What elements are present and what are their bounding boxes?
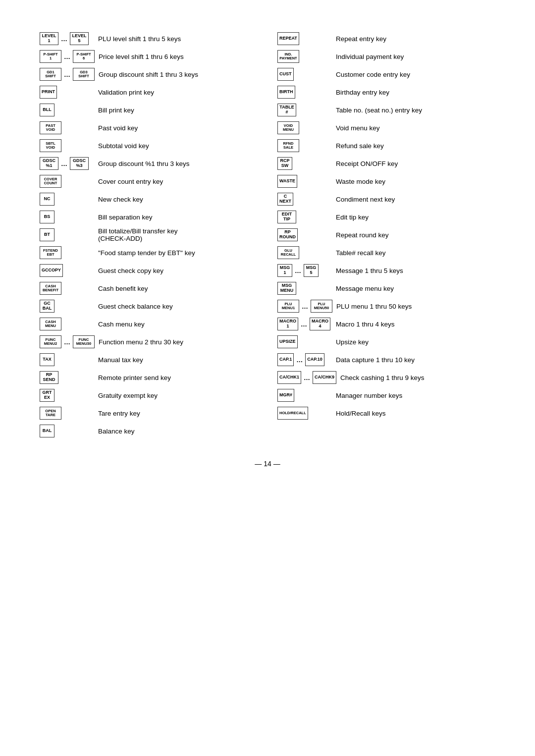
key-box: GDSC %3 bbox=[70, 157, 89, 170]
key-row: SBTL VOIDSubtotal void key bbox=[40, 137, 258, 155]
ellipsis: … bbox=[63, 71, 71, 78]
key-row: UPSIZEUpsize key bbox=[277, 333, 495, 351]
key-box: NC bbox=[40, 193, 54, 206]
key-description: Bill separation key bbox=[98, 214, 258, 221]
key-group: IND. PAYMENT bbox=[277, 50, 332, 63]
key-box: RFND SALE bbox=[277, 139, 299, 152]
key-description: Edit tip key bbox=[336, 214, 495, 221]
key-group: OPEN TARE bbox=[40, 407, 94, 420]
key-group: PRINT bbox=[40, 86, 94, 99]
key-row: RCP SWReceipt ON/OFF key bbox=[277, 155, 495, 172]
key-box: FUNC MENU2 bbox=[40, 335, 61, 348]
key-description: Message 1 thru 5 keys bbox=[336, 267, 495, 274]
key-description: New check key bbox=[98, 196, 258, 203]
key-description: Remote printer send key bbox=[98, 374, 258, 381]
ellipsis: … bbox=[300, 321, 308, 328]
key-box: VOID MENU bbox=[277, 121, 299, 134]
ellipsis: … bbox=[63, 53, 71, 60]
key-box: RP ROUND bbox=[277, 228, 298, 241]
key-group: TAX bbox=[40, 353, 94, 366]
key-row: MSG MENUMessage menu key bbox=[277, 279, 495, 297]
ellipsis: … bbox=[303, 374, 311, 381]
key-row: CUSTCustomer code entry key bbox=[277, 65, 495, 83]
key-row: TAXManual tax key bbox=[40, 351, 258, 369]
key-row: BSBill separation key bbox=[40, 208, 258, 226]
key-group: MACRO 1…MACRO 4 bbox=[277, 318, 332, 330]
key-row: GRT EXGratuity exempt key bbox=[40, 386, 258, 404]
key-box: MSG MENU bbox=[277, 282, 296, 295]
key-group: MSG 1…MSG 5 bbox=[277, 264, 332, 277]
key-row: HOLD/RECALLHold/Recall keys bbox=[277, 404, 495, 422]
key-box: RP SEND bbox=[40, 371, 58, 384]
key-group: GCCOPY bbox=[40, 264, 94, 277]
key-description: Validation print key bbox=[98, 89, 258, 96]
key-row: OPEN TARETare entry key bbox=[40, 404, 258, 422]
key-group: CASH MENU bbox=[40, 318, 94, 330]
key-row: CASH BENEFITCash benefit key bbox=[40, 279, 258, 297]
key-group: HOLD/RECALL bbox=[277, 407, 332, 420]
key-group: GLU RECALL bbox=[277, 246, 332, 259]
key-description: Message menu key bbox=[336, 285, 495, 292]
key-description: Guest check copy key bbox=[98, 267, 258, 274]
key-box: GD1 SHIFT bbox=[40, 68, 61, 81]
key-description: PLU menu 1 thru 50 keys bbox=[336, 303, 495, 310]
key-row: FSTEND EBT"Food stamp tender by EBT" key bbox=[40, 244, 258, 262]
page-footer: — 14 — bbox=[40, 460, 495, 468]
key-box: TABLE # bbox=[277, 104, 296, 116]
key-group: NC bbox=[40, 193, 94, 206]
left-column: LEVEL 1…LEVEL 5PLU level shift 1 thru 5 … bbox=[40, 30, 258, 440]
key-box: FUNC MENU30 bbox=[73, 335, 95, 348]
key-group: MSG MENU bbox=[277, 282, 332, 295]
key-box: UPSIZE bbox=[277, 335, 298, 348]
key-row: MGR#Manager number keys bbox=[277, 386, 495, 404]
key-description: Manager number keys bbox=[336, 392, 495, 399]
key-group: BLL bbox=[40, 104, 94, 116]
key-box: PLU MENU50 bbox=[311, 300, 332, 313]
key-description: Price level shift 1 thru 6 keys bbox=[99, 53, 258, 60]
key-description: Upsize key bbox=[336, 338, 495, 346]
key-box: P-SHIFT 6 bbox=[73, 50, 95, 63]
key-box: SBTL VOID bbox=[40, 139, 61, 152]
key-box: CA/CHK9 bbox=[313, 371, 336, 384]
key-group: TABLE # bbox=[277, 104, 332, 116]
key-box: COVER COUNT bbox=[40, 175, 61, 188]
key-row: BIRTHBirthday entry key bbox=[277, 83, 495, 101]
key-group: RP ROUND bbox=[277, 228, 332, 241]
key-group: BIRTH bbox=[277, 86, 332, 99]
key-row: BLLBill print key bbox=[40, 101, 258, 119]
key-group: PLU MENU1…PLU MENU50 bbox=[277, 300, 332, 313]
key-group: MGR# bbox=[277, 389, 332, 402]
key-group: BAL bbox=[40, 425, 94, 437]
key-box: CAP.1 bbox=[277, 353, 294, 366]
key-row: LEVEL 1…LEVEL 5PLU level shift 1 thru 5 … bbox=[40, 30, 258, 48]
key-group: BT bbox=[40, 228, 94, 241]
key-box: P-SHIFT 1 bbox=[40, 50, 61, 63]
key-box: BS bbox=[40, 211, 54, 223]
key-row: PLU MENU1…PLU MENU50PLU menu 1 thru 50 k… bbox=[277, 297, 495, 315]
key-row: MACRO 1…MACRO 4Macro 1 thru 4 keys bbox=[277, 315, 495, 333]
key-box: GCCOPY bbox=[40, 264, 63, 277]
key-box: CUST bbox=[277, 68, 294, 81]
key-group: LEVEL 1…LEVEL 5 bbox=[40, 32, 94, 45]
key-group: FUNC MENU2…FUNC MENU30 bbox=[40, 335, 95, 348]
key-group: GD1 SHIFT…GD3 SHIFT bbox=[40, 68, 95, 81]
key-description: Repeat entry key bbox=[336, 35, 495, 43]
key-box: REPEAT bbox=[277, 32, 299, 45]
key-description: Group discount %1 thru 3 keys bbox=[98, 160, 258, 167]
key-box: CA/CHK1 bbox=[277, 371, 301, 384]
key-row: REPEATRepeat entry key bbox=[277, 30, 495, 48]
key-description: Function menu 2 thru 30 key bbox=[99, 338, 258, 346]
key-group: FSTEND EBT bbox=[40, 246, 94, 259]
key-row: NCNew check key bbox=[40, 190, 258, 208]
key-description: Cover count entry key bbox=[98, 178, 258, 185]
key-group: SBTL VOID bbox=[40, 139, 94, 152]
key-description: Manual tax key bbox=[98, 356, 258, 364]
key-description: Bill totalize/Bill transfer key(CHECK-AD… bbox=[98, 227, 258, 242]
key-description: Tare entry key bbox=[98, 410, 258, 417]
key-group: RP SEND bbox=[40, 371, 94, 384]
key-row: COVER COUNTCover count entry key bbox=[40, 172, 258, 190]
key-row: GD1 SHIFT…GD3 SHIFTGroup discount shift … bbox=[40, 65, 258, 83]
key-row: TABLE #Table no. (seat no.) entry key bbox=[277, 101, 495, 119]
key-box: MSG 5 bbox=[304, 264, 319, 277]
key-group: BS bbox=[40, 211, 94, 223]
